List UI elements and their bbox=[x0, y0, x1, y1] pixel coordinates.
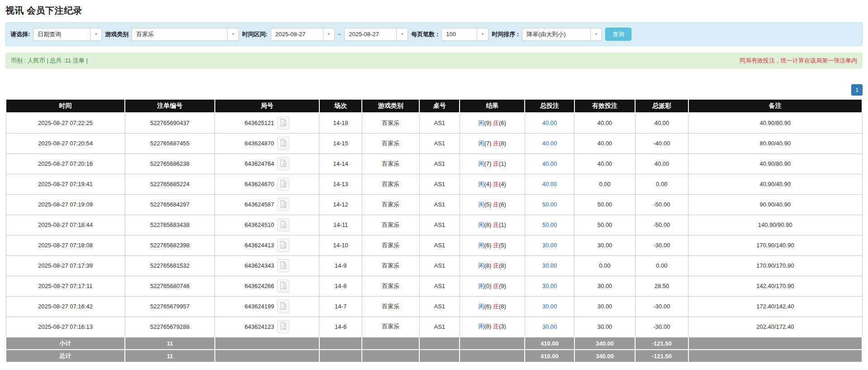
cell-session: 14-9 bbox=[319, 255, 362, 276]
cell-round-id: 643624343 bbox=[215, 255, 319, 276]
video-replay-button[interactable] bbox=[277, 157, 289, 170]
total-bet-link[interactable]: 50.00 bbox=[542, 221, 557, 228]
table-body: 2025-08-27 07:22:25 522765690437 6436251… bbox=[6, 113, 862, 337]
cell-bet-id: 522765685224 bbox=[125, 174, 215, 194]
banker-result-label: 庄 bbox=[493, 160, 499, 167]
header-session: 场次 bbox=[319, 99, 362, 113]
cell-note: 140.90/90.90 bbox=[688, 215, 862, 235]
subtotal-row: 小计 11 410.00 340.00 -121.50 bbox=[6, 337, 862, 350]
cell-round-id: 643624199 bbox=[215, 296, 319, 317]
date-to-select[interactable]: 2025-08-27 ▼ bbox=[344, 28, 408, 41]
cell-session: 14-14 bbox=[319, 154, 362, 174]
filter-panel: 请选择: 日期查询 ▼ 游戏类别 百家乐 ▼ 时间区间: 2025-08-27 … bbox=[5, 22, 863, 46]
mode-select[interactable]: 日期查询 ▼ bbox=[33, 28, 102, 41]
currency-total-text: 币别 : 人民币 | 总共 :11 注单 | bbox=[11, 57, 88, 65]
banker-result-score: (4) bbox=[499, 181, 506, 187]
cell-payout: -50.00 bbox=[635, 215, 688, 235]
cell-session: 14-6 bbox=[319, 317, 362, 337]
total-bet-link[interactable]: 40.00 bbox=[542, 120, 557, 126]
total-bet-link[interactable]: 50.00 bbox=[542, 201, 557, 208]
player-result-label: 闲 bbox=[478, 181, 484, 187]
cell-total-bet: 40.00 bbox=[525, 154, 574, 174]
cell-valid-bet: 50.00 bbox=[574, 215, 635, 235]
cell-table-no: AS1 bbox=[419, 317, 460, 337]
page-size-value: 100 bbox=[442, 29, 477, 40]
cell-round-id: 643624587 bbox=[215, 194, 319, 215]
cell-payout: 0.00 bbox=[635, 174, 688, 194]
total-row: 总计 11 410.00 340.00 -121.50 bbox=[6, 350, 862, 362]
cell-payout: -30.00 bbox=[635, 235, 688, 255]
total-count: 11 bbox=[125, 350, 215, 362]
page-1-button[interactable]: 1 bbox=[851, 84, 863, 96]
total-total-bet: 410.00 bbox=[525, 350, 574, 362]
video-file-icon bbox=[280, 200, 287, 209]
total-bet-link[interactable]: 40.00 bbox=[542, 140, 557, 147]
total-bet-link[interactable]: 30.00 bbox=[542, 323, 557, 330]
video-replay-button[interactable] bbox=[277, 137, 289, 150]
cell-note: 90.90/40.90 bbox=[688, 194, 862, 215]
date-from-select[interactable]: 2025-08-27 ▼ bbox=[271, 28, 335, 41]
cell-valid-bet: 50.00 bbox=[574, 194, 635, 215]
banker-result-score: (6) bbox=[499, 201, 506, 208]
total-bet-link[interactable]: 40.00 bbox=[542, 181, 557, 187]
total-bet-link[interactable]: 30.00 bbox=[542, 242, 557, 249]
table-row: 2025-08-27 07:16:42 522765679957 6436241… bbox=[6, 296, 862, 317]
cell-round-id: 643625121 bbox=[215, 113, 319, 133]
table-header-row: 时间 注单编号 局号 场次 游戏类别 桌号 结果 总投注 有效投注 总派彩 备注 bbox=[6, 99, 862, 113]
banker-result-score: (5) bbox=[499, 242, 506, 249]
total-bet-link[interactable]: 40.00 bbox=[542, 160, 557, 167]
total-bet-link[interactable]: 30.00 bbox=[542, 283, 557, 289]
video-replay-button[interactable] bbox=[277, 178, 289, 191]
subtotal-count: 11 bbox=[125, 337, 215, 350]
cell-note: 40.90/80.90 bbox=[688, 113, 862, 133]
game-type-label: 游戏类别 bbox=[105, 30, 128, 38]
total-bet-link[interactable]: 30.00 bbox=[542, 262, 557, 269]
cell-payout: 40.00 bbox=[635, 154, 688, 174]
player-result-score: (0) bbox=[484, 283, 491, 289]
table-row: 2025-08-27 07:17:39 522765681532 6436243… bbox=[6, 255, 862, 276]
cell-valid-bet: 30.00 bbox=[574, 276, 635, 296]
table-row: 2025-08-27 07:18:44 522765683438 6436245… bbox=[6, 215, 862, 235]
player-result-label: 闲 bbox=[478, 242, 484, 249]
cell-game-type: 百家乐 bbox=[362, 113, 419, 133]
page-size-select[interactable]: 100 ▼ bbox=[441, 28, 489, 41]
cell-session: 14-18 bbox=[319, 113, 362, 133]
table-row: 2025-08-27 07:19:09 522765684297 6436245… bbox=[6, 194, 862, 215]
cell-time: 2025-08-27 07:19:09 bbox=[6, 194, 125, 215]
round-number: 643624510 bbox=[245, 221, 274, 228]
video-replay-button[interactable] bbox=[277, 239, 289, 252]
mode-label: 请选择: bbox=[10, 30, 30, 38]
cell-payout: -40.00 bbox=[635, 133, 688, 154]
cell-time: 2025-08-27 07:17:39 bbox=[6, 255, 125, 276]
cell-valid-bet: 0.00 bbox=[574, 174, 635, 194]
cell-session: 14-11 bbox=[319, 215, 362, 235]
player-result-label: 闲 bbox=[478, 262, 484, 269]
total-bet-link[interactable]: 30.00 bbox=[542, 303, 557, 310]
cell-total-bet: 30.00 bbox=[525, 235, 574, 255]
video-replay-button[interactable] bbox=[277, 279, 289, 293]
game-type-select[interactable]: 百家乐 ▼ bbox=[132, 28, 239, 41]
cell-result: 闲(8) 庄(1) bbox=[460, 215, 525, 235]
cell-table-no: AS1 bbox=[419, 296, 460, 317]
cell-table-no: AS1 bbox=[419, 154, 460, 174]
video-file-icon bbox=[280, 119, 287, 128]
video-replay-button[interactable] bbox=[277, 198, 289, 211]
chevron-down-icon: ▼ bbox=[396, 29, 408, 40]
video-replay-button[interactable] bbox=[277, 320, 289, 333]
banker-result-score: (1) bbox=[499, 221, 506, 228]
video-replay-button[interactable] bbox=[277, 300, 289, 313]
cell-total-bet: 30.00 bbox=[525, 276, 574, 296]
date-from-value: 2025-08-27 bbox=[271, 29, 323, 40]
video-replay-button[interactable] bbox=[277, 259, 289, 272]
video-replay-button[interactable] bbox=[277, 116, 289, 130]
cell-result: 闲(7) 庄(8) bbox=[460, 133, 525, 154]
query-button[interactable]: 查询 bbox=[605, 28, 631, 41]
cell-game-type: 百家乐 bbox=[362, 215, 419, 235]
sort-select[interactable]: 降幂(由大到小) ▼ bbox=[522, 28, 602, 41]
video-replay-button[interactable] bbox=[277, 218, 289, 231]
cell-note: 170.90/140.90 bbox=[688, 235, 862, 255]
cell-total-bet: 40.00 bbox=[525, 174, 574, 194]
video-file-icon bbox=[280, 241, 287, 250]
cell-note: 80.90/40.90 bbox=[688, 133, 862, 154]
cell-session: 14-15 bbox=[319, 133, 362, 154]
